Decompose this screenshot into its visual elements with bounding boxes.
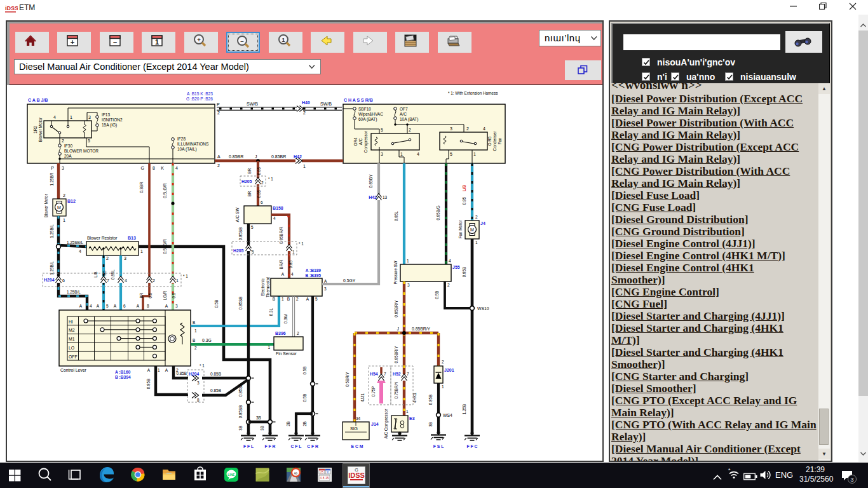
svg-text:6: 6: [123, 304, 126, 308]
svg-text:SBF10: SBF10: [358, 107, 371, 111]
svg-text:Condenser: Condenser: [492, 132, 497, 151]
svg-text:4HK1: 4HK1: [412, 393, 417, 403]
svg-text:0.3W: 0.3W: [283, 315, 288, 324]
svg-text:Fan: Fan: [498, 137, 502, 144]
svg-text:2: 2: [466, 126, 469, 131]
svg-text:0.85: 0.85: [257, 189, 261, 198]
svg-text:13: 13: [383, 195, 388, 200]
svg-text:2: 2: [153, 278, 155, 283]
svg-text:J55: J55: [452, 265, 460, 269]
svg-text:1: 1: [473, 152, 476, 156]
svg-text:4: 4: [79, 249, 81, 254]
svg-text:10A (BAT): 10A (BAT): [400, 117, 419, 122]
svg-text:6: 6: [261, 200, 263, 205]
svg-text:0.85BR/Y: 0.85BR/Y: [394, 300, 398, 318]
svg-text:1.25B: 1.25B: [462, 404, 466, 414]
svg-text:SW/B: SW/B: [320, 102, 332, 106]
svg-text:L/B: L/B: [462, 184, 466, 191]
svg-text:A: A: [165, 368, 168, 372]
svg-text:J: J: [255, 154, 257, 159]
svg-text:2: 2: [303, 111, 306, 115]
svg-text:4JJ1: 4JJ1: [360, 393, 365, 402]
svg-text:C A B J/B: C A B J/B: [28, 98, 48, 102]
svg-text:3: 3: [88, 115, 91, 119]
svg-text:+: +: [197, 36, 201, 43]
svg-text:Blower Motor: Blower Motor: [44, 194, 48, 217]
svg-text:M: M: [470, 227, 474, 232]
svg-text:OR4: OR4: [353, 137, 358, 146]
svg-text:B: B: [193, 338, 195, 342]
svg-text:1: 1: [155, 38, 159, 46]
svg-text:5: 5: [381, 128, 383, 132]
svg-text:M: M: [57, 205, 61, 210]
svg-text:0.85GY: 0.85GY: [369, 174, 373, 188]
svg-text:H42: H42: [369, 195, 377, 200]
svg-text:8: 8: [197, 398, 200, 402]
svg-text:4: 4: [53, 115, 56, 119]
svg-text:3: 3: [175, 304, 178, 308]
svg-text:ILLUMINATIONS: ILLUMINATIONS: [177, 142, 209, 146]
svg-text:1: 1: [70, 115, 72, 119]
svg-text:2: 2: [217, 111, 220, 115]
svg-text:H54: H54: [370, 372, 378, 376]
svg-text:0.85B/G: 0.85B/G: [436, 205, 440, 220]
svg-text:B13: B13: [128, 236, 136, 240]
svg-text:BR: BR: [139, 292, 144, 298]
svg-text:0.5GY: 0.5GY: [343, 278, 356, 283]
svg-text:5: 5: [251, 225, 254, 229]
svg-text:2: 2: [106, 256, 109, 261]
svg-text:3: 3: [381, 152, 383, 156]
svg-text:Wiper&HVAC: Wiper&HVAC: [358, 112, 383, 117]
svg-text:IGNITION2: IGNITION2: [102, 118, 123, 122]
svg-text:1: 1: [303, 164, 306, 168]
svg-text:G: G: [141, 166, 144, 170]
svg-text:0.85L: 0.85L: [111, 269, 115, 280]
svg-text:5: 5: [106, 304, 109, 308]
svg-text:0.85B: 0.85B: [177, 371, 187, 376]
svg-text:A: A: [217, 154, 220, 159]
svg-text:A: A: [137, 304, 140, 308]
svg-text:Fin Sensor: Fin Sensor: [276, 351, 297, 356]
svg-text:1: 1: [281, 36, 285, 43]
svg-text:∞: ∞: [294, 470, 297, 476]
svg-text:B396: B396: [275, 331, 286, 336]
svg-text:iDSS: iDSS: [5, 5, 18, 11]
svg-text:A: A: [281, 272, 285, 276]
svg-text:5: 5: [252, 250, 254, 254]
svg-text:H52: H52: [393, 372, 401, 376]
svg-text:0.85: 0.85: [288, 260, 293, 268]
svg-text:SW/B: SW/B: [247, 102, 258, 106]
svg-text:A: A: [97, 304, 100, 308]
svg-text:4: 4: [90, 304, 92, 308]
svg-text:0.85BR/R: 0.85BR/R: [279, 226, 283, 244]
svg-text:3B: 3B: [238, 426, 243, 431]
svg-text:HI: HI: [69, 320, 73, 324]
svg-text:+: +: [71, 38, 74, 46]
svg-text:Electronic: Electronic: [261, 278, 265, 296]
svg-text:1.25BR: 1.25BR: [50, 172, 54, 186]
svg-text:H42: H42: [294, 154, 302, 159]
svg-text:O R5: O R5: [487, 136, 492, 146]
svg-text:0.85BR/Y: 0.85BR/Y: [394, 346, 398, 363]
svg-text:2: 2: [217, 163, 220, 168]
svg-text:3B: 3B: [428, 422, 433, 427]
svg-text:5: 5: [315, 297, 318, 301]
svg-text:0.3G: 0.3G: [202, 338, 212, 342]
svg-text:C F L: C F L: [291, 444, 302, 449]
svg-text:1.25SB/L: 1.25SB/L: [67, 240, 83, 245]
svg-text:A/C SW: A/C SW: [235, 207, 240, 222]
svg-text:1: 1: [140, 249, 143, 254]
svg-text:8: 8: [153, 166, 155, 170]
svg-text:A: A: [147, 368, 151, 372]
svg-text:BR: BR: [247, 168, 252, 173]
svg-text:1: 1: [158, 368, 160, 372]
svg-text:IF30: IF30: [64, 144, 72, 148]
svg-text:LG/R: LG/R: [163, 290, 167, 300]
svg-text:BR: BR: [247, 191, 252, 196]
svg-text:1R2: 1R2: [33, 126, 37, 133]
svg-text:20A: 20A: [64, 154, 72, 158]
svg-text:3: 3: [197, 381, 200, 385]
svg-text:1: 1: [63, 218, 65, 222]
svg-text:OF7: OF7: [400, 107, 408, 111]
svg-text:F S L: F S L: [433, 444, 444, 449]
